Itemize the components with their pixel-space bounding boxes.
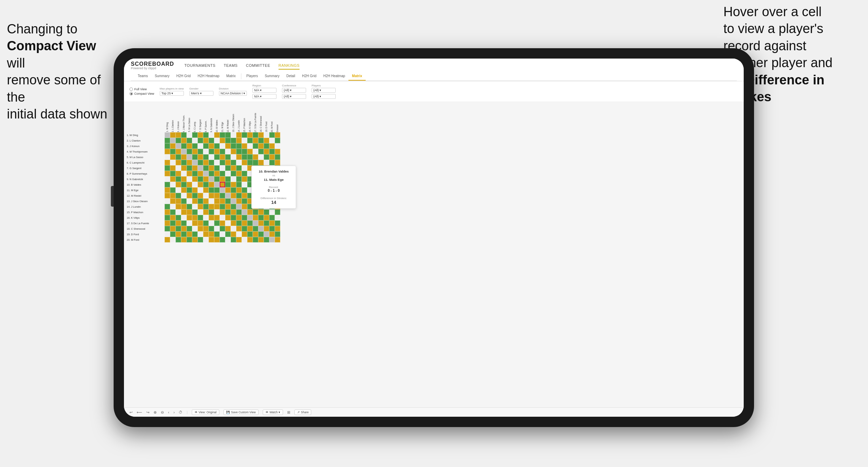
cell-2-18[interactable]	[258, 138, 264, 143]
cell-4-12[interactable]	[225, 149, 231, 154]
cell-19-1[interactable]	[165, 231, 170, 237]
nav-next[interactable]: ›	[174, 410, 175, 414]
cell-16-14[interactable]	[236, 215, 242, 220]
cell-5-16[interactable]	[247, 154, 253, 160]
cell-10-3[interactable]	[176, 182, 181, 187]
tab-h2h-heatmap2[interactable]: H2H Heatmap	[320, 72, 348, 81]
cell-16-6[interactable]	[192, 215, 198, 220]
cell-10-1[interactable]	[165, 182, 170, 187]
cell-12-7[interactable]	[198, 193, 203, 198]
cell-18-18[interactable]	[258, 226, 264, 231]
cell-7-13[interactable]	[231, 165, 236, 171]
cell-15-2[interactable]	[170, 209, 176, 215]
cell-2-7[interactable]	[198, 138, 203, 143]
cell-13-4[interactable]	[181, 198, 187, 204]
cell-12-8[interactable]	[203, 193, 209, 198]
cell-15-19[interactable]	[264, 209, 269, 215]
cell-3-5[interactable]	[187, 143, 192, 149]
cell-8-5[interactable]	[187, 171, 192, 176]
cell-4-6[interactable]	[192, 149, 198, 154]
cell-9-4[interactable]	[181, 176, 187, 182]
cell-15-9[interactable]	[209, 209, 214, 215]
cell-14-2[interactable]	[170, 204, 176, 209]
cell-20-10[interactable]	[214, 237, 220, 242]
cell-1-18[interactable]	[258, 132, 264, 138]
cell-3-12[interactable]	[225, 143, 231, 149]
cell-2-11[interactable]	[220, 138, 225, 143]
cell-15-14[interactable]	[236, 209, 242, 215]
cell-1-11[interactable]	[220, 132, 225, 138]
cell-2-13[interactable]	[231, 138, 236, 143]
cell-15-1[interactable]	[165, 209, 170, 215]
cell-12-5[interactable]	[187, 193, 192, 198]
filter-conference-select[interactable]: (All) ▾	[282, 88, 306, 93]
cell-17-19[interactable]	[264, 220, 269, 226]
cell-19-4[interactable]	[181, 231, 187, 237]
cell-3-15[interactable]	[242, 143, 247, 149]
cell-16-4[interactable]	[181, 215, 187, 220]
cell-18-21[interactable]	[275, 226, 280, 231]
cell-13-3[interactable]	[176, 198, 181, 204]
cell-13-5[interactable]	[187, 198, 192, 204]
cell-13-14[interactable]	[236, 198, 242, 204]
cell-5-6[interactable]	[192, 154, 198, 160]
cell-19-12[interactable]	[225, 231, 231, 237]
cell-1-19[interactable]	[264, 132, 269, 138]
cell-2-20[interactable]	[269, 138, 275, 143]
cell-12-1[interactable]	[165, 193, 170, 198]
cell-2-4[interactable]	[181, 138, 187, 143]
cell-10-10[interactable]	[214, 182, 220, 187]
cell-6-20[interactable]	[269, 160, 275, 165]
cell-10-5[interactable]	[187, 182, 192, 187]
cell-1-2[interactable]	[170, 132, 176, 138]
share-btn[interactable]: ↗ Share	[294, 409, 312, 415]
cell-8-9[interactable]	[209, 171, 214, 176]
cell-4-9[interactable]	[209, 149, 214, 154]
cell-6-1[interactable]	[165, 160, 170, 165]
cell-9-6[interactable]	[192, 176, 198, 182]
cell-5-2[interactable]	[170, 154, 176, 160]
nav-tournaments[interactable]: TOURNAMENTS	[185, 62, 216, 70]
cell-7-4[interactable]	[181, 165, 187, 171]
cell-4-5[interactable]	[187, 149, 192, 154]
cell-15-4[interactable]	[181, 209, 187, 215]
filter-region-select[interactable]: N/A ▾	[252, 88, 276, 93]
cell-3-7[interactable]	[198, 143, 203, 149]
cell-17-15[interactable]	[242, 220, 247, 226]
cell-6-3[interactable]	[176, 160, 181, 165]
filter-gender-select[interactable]: Men's ▾	[189, 91, 213, 96]
cell-6-14[interactable]	[236, 160, 242, 165]
cell-15-3[interactable]	[176, 209, 181, 215]
cell-5-4[interactable]	[181, 154, 187, 160]
cell-5-9[interactable]	[209, 154, 214, 160]
cell-12-4[interactable]	[181, 193, 187, 198]
back-icon[interactable]: ⟵	[137, 410, 142, 415]
cell-20-13[interactable]	[231, 237, 236, 242]
cell-14-7[interactable]	[198, 204, 203, 209]
cell-4-10[interactable]	[214, 149, 220, 154]
cell-20-5[interactable]	[187, 237, 192, 242]
tab-summary[interactable]: Summary	[151, 72, 173, 81]
cell-18-15[interactable]	[242, 226, 247, 231]
cell-17-8[interactable]	[203, 220, 209, 226]
cell-17-18[interactable]	[258, 220, 264, 226]
cell-15-6[interactable]	[192, 209, 198, 215]
tab-matrix-active[interactable]: Matrix	[348, 72, 365, 81]
cell-13-10[interactable]	[214, 198, 220, 204]
save-custom-btn[interactable]: 💾 Save Custom View	[223, 409, 259, 415]
cell-1-7[interactable]	[198, 132, 203, 138]
cell-5-1[interactable]	[165, 154, 170, 160]
cell-19-18[interactable]	[258, 231, 264, 237]
cell-3-16[interactable]	[247, 143, 253, 149]
cell-2-15[interactable]	[242, 138, 247, 143]
cell-3-8[interactable]	[203, 143, 209, 149]
cell-14-14[interactable]	[236, 204, 242, 209]
cell-18-16[interactable]	[247, 226, 253, 231]
cell-13-2[interactable]	[170, 198, 176, 204]
cell-20-16[interactable]	[247, 237, 253, 242]
cell-5-12[interactable]	[225, 154, 231, 160]
cell-8-13[interactable]	[231, 171, 236, 176]
cell-17-21[interactable]	[275, 220, 280, 226]
cell-6-16[interactable]	[247, 160, 253, 165]
cell-19-3[interactable]	[176, 231, 181, 237]
